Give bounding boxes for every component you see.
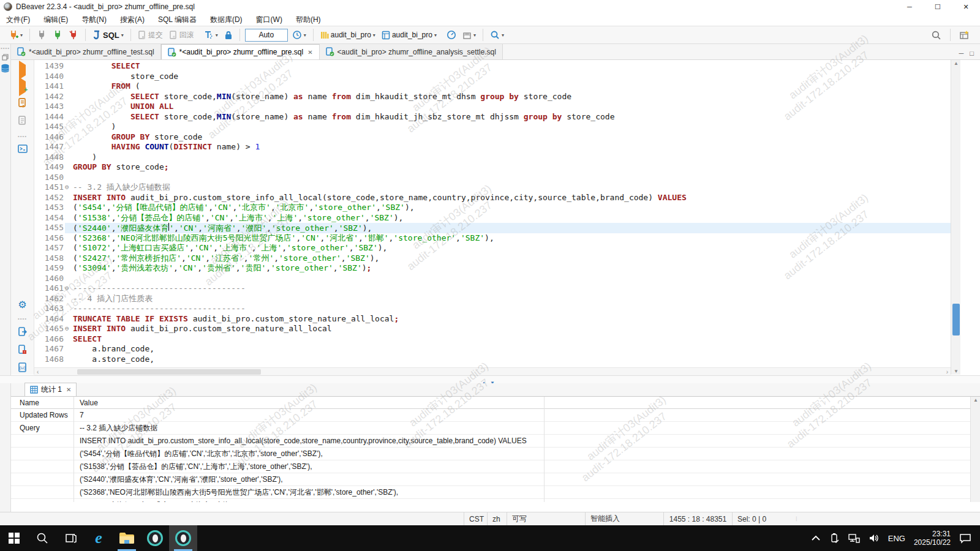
menu-item[interactable]: 帮助(H) xyxy=(296,15,321,25)
statistics-tab[interactable]: 统计 1 ✕ xyxy=(24,383,77,396)
scrollbar-thumb[interactable] xyxy=(952,304,960,335)
status-insert-mode[interactable]: 智能插入 xyxy=(585,512,663,526)
scroll-down-icon[interactable]: ▼ xyxy=(951,369,961,374)
connection-lock-button[interactable] xyxy=(222,29,235,41)
editor-vertical-scrollbar[interactable]: ▲ ▼ xyxy=(951,60,960,375)
table-row[interactable]: ('S2368','NEO河北邯郸邯山陵西南大街5号阳光世贸广场店','CN',… xyxy=(11,486,970,499)
fold-gutter xyxy=(65,314,73,324)
notification-center-icon[interactable] xyxy=(959,533,971,544)
menu-item[interactable]: SQL 编辑器 xyxy=(158,15,197,25)
tasks-button[interactable]: ▾ xyxy=(461,29,478,41)
taskbar-search-button[interactable] xyxy=(28,525,56,551)
close-button[interactable]: ✕ xyxy=(952,0,980,13)
line-number: 1445 xyxy=(34,122,64,132)
chevron-down-icon: ▾ xyxy=(502,32,504,38)
commit-button[interactable]: 提交 xyxy=(136,29,165,42)
disconnect-button[interactable] xyxy=(35,29,48,41)
table-row[interactable]: ('S2440','濮阳盛友体育','CN','河南省','濮阳','store… xyxy=(11,473,970,486)
file-explorer-button[interactable] xyxy=(113,525,141,551)
internet-explorer-button[interactable]: e xyxy=(85,525,113,551)
restore-view-icon[interactable] xyxy=(2,54,9,61)
results-vertical-scrollbar[interactable]: ▲ xyxy=(970,397,980,502)
commit-mode-combo[interactable]: Auto xyxy=(245,29,288,42)
sql-code-editor[interactable]: 1439 SELECT1440 store_code1441 FROM (144… xyxy=(34,60,951,367)
menu-item[interactable]: 文件(F) xyxy=(6,15,30,25)
scrollbar-thumb[interactable] xyxy=(77,369,261,375)
code-line: 1448 ) xyxy=(34,152,951,163)
new-connection-button[interactable]: ▾ xyxy=(7,29,24,41)
row-value: ('S1538','分销【荟品仓】的店铺','CN','上海市','上海','s… xyxy=(74,462,970,472)
table-row[interactable]: ('S454','分销【唯品代销】的店铺','CN','北京市','北京市','… xyxy=(11,448,970,460)
column-header-name[interactable]: Name xyxy=(11,399,74,407)
output-console-button[interactable] xyxy=(18,144,28,156)
task-view-button[interactable] xyxy=(56,525,85,551)
perspective-button[interactable] xyxy=(957,29,971,41)
windows-logo-icon xyxy=(9,533,20,544)
table-row[interactable]: ('S1538','分销【荟品仓】的店铺','CN','上海市','上海','s… xyxy=(11,460,970,473)
menu-item[interactable]: 数据库(D) xyxy=(210,15,243,25)
execute-statement-button[interactable] xyxy=(19,65,26,76)
table-row[interactable]: ('S1072','上海虹口吉买盛店','CN','上海市','上海','sto… xyxy=(11,499,970,502)
editor-tab[interactable]: *<audit_bi_pro> zhumr_offline_test.sql xyxy=(11,44,161,59)
package-icon xyxy=(462,31,472,40)
search-blue-icon xyxy=(490,30,500,40)
fold-marker-icon[interactable]: ⊖ xyxy=(65,182,73,193)
editor-horizontal-scrollbar[interactable]: ‹ › xyxy=(34,367,951,375)
maximize-view-icon[interactable]: □ xyxy=(970,50,974,57)
editor-tab[interactable]: *<audit_bi_pro> zhumr_offline_pre.sql✕ xyxy=(161,44,320,59)
active-schema-combo[interactable]: audit_bi_pro ▾ xyxy=(380,29,439,41)
dashboard-button[interactable] xyxy=(445,29,458,41)
usb-device-icon[interactable] xyxy=(829,533,839,544)
reconnect-button[interactable] xyxy=(51,29,64,41)
dbeaver-active-taskbar-button[interactable] xyxy=(169,525,197,551)
export-result-button[interactable] xyxy=(18,327,27,339)
transaction-history-button[interactable]: ▾ xyxy=(290,29,308,41)
dbeaver-taskbar-button[interactable] xyxy=(141,525,169,551)
explain-plan-button[interactable] xyxy=(18,116,27,128)
rollback-button[interactable]: 回滚 xyxy=(167,29,196,42)
transaction-log-button[interactable]: ▾ xyxy=(202,29,220,41)
minimize-button[interactable]: ─ xyxy=(895,0,924,13)
start-button[interactable] xyxy=(0,525,28,551)
active-connection-combo[interactable]: audit_bi_pro ▾ xyxy=(318,29,377,41)
column-header-value[interactable]: Value xyxy=(74,399,970,407)
rollback-doc-icon xyxy=(169,31,178,40)
scroll-up-icon[interactable]: ▲ xyxy=(971,397,980,403)
fold-marker-icon[interactable]: ⊖ xyxy=(65,283,73,294)
minimize-view-icon[interactable]: ─ xyxy=(959,50,964,57)
menu-item[interactable]: 导航(N) xyxy=(81,15,107,25)
invalidate-button[interactable] xyxy=(67,29,80,41)
editor-results-sash[interactable]: ▲▼ xyxy=(0,375,980,383)
table-row[interactable]: Updated Rows7 xyxy=(11,409,970,422)
fold-marker-icon[interactable]: ⊖ xyxy=(65,324,73,334)
quick-access-search[interactable] xyxy=(929,29,943,42)
sql-editor-button[interactable]: SQL ▾ xyxy=(91,29,126,41)
code-text: SELECT xyxy=(73,334,951,345)
table-row[interactable]: INSERT INTO audit_bi_pro.custom_store_in… xyxy=(11,435,970,448)
editor-settings-button[interactable]: ⚙ xyxy=(18,299,26,310)
validate-file-button[interactable]: ! xyxy=(18,345,27,357)
close-icon[interactable]: ✕ xyxy=(307,49,312,56)
status-timezone: CST xyxy=(464,512,487,526)
status-caret-position[interactable]: 1455 : 18 : 48351 xyxy=(663,512,732,526)
table-row[interactable]: Query-- 3.2 插入缺少店铺数据 xyxy=(11,422,970,435)
code-line: 1441 FROM ( xyxy=(34,81,951,92)
menu-item[interactable]: 搜索(A) xyxy=(120,15,145,25)
volume-icon[interactable] xyxy=(869,533,880,543)
tray-expand-icon[interactable] xyxy=(811,535,821,541)
file-variables-button[interactable]: (ω) xyxy=(18,362,27,375)
database-navigator-icon[interactable] xyxy=(1,64,10,73)
execute-script-button[interactable] xyxy=(18,98,27,110)
network-icon[interactable] xyxy=(848,533,860,543)
search-button[interactable]: ▾ xyxy=(488,29,506,41)
commit-doc-icon xyxy=(138,31,146,40)
language-indicator[interactable]: ENG xyxy=(888,534,905,543)
close-icon[interactable]: ✕ xyxy=(66,386,71,393)
editor-tab[interactable]: <audit_bi_pro> zhumr_offline_analysis_se… xyxy=(320,44,503,59)
taskbar-clock[interactable]: 23:31 2025/10/22 xyxy=(914,530,951,547)
menu-item[interactable]: 窗口(W) xyxy=(256,15,282,25)
scroll-up-icon[interactable]: ▲ xyxy=(951,61,961,66)
maximize-button[interactable]: ☐ xyxy=(924,0,952,13)
menu-item[interactable]: 编辑(E) xyxy=(43,15,68,25)
execute-new-tab-button[interactable]: + xyxy=(19,81,26,92)
